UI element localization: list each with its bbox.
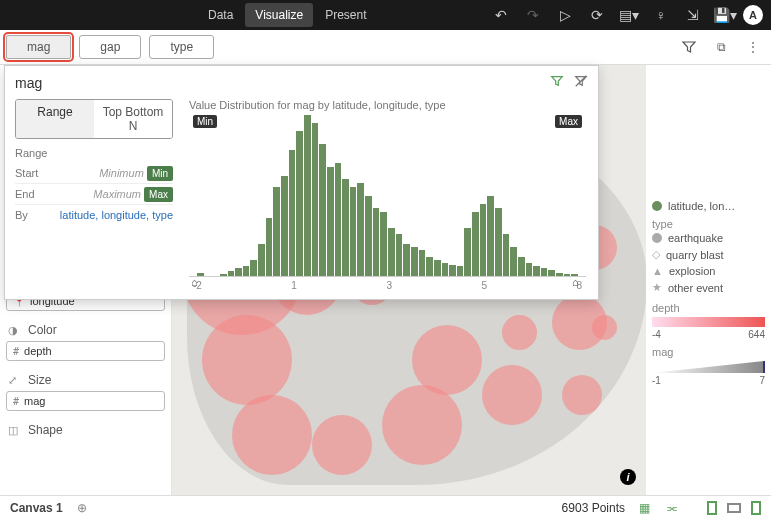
- hist-bar: [472, 212, 479, 276]
- hist-bar: [319, 144, 326, 276]
- remove-filter-icon[interactable]: [574, 74, 588, 91]
- hist-bar: [220, 274, 227, 276]
- footer-bar: Canvas 1 ⊕ 6903 Points ▦ ⫘: [0, 495, 771, 520]
- legend-type-explosion[interactable]: ▲explosion: [652, 263, 765, 279]
- top-toolbar: Data Visualize Present ↶ ↷ ▷ ⟳ ▤▾ ♀ ⇲ 💾▾…: [0, 0, 771, 30]
- by-link[interactable]: latitude, longitude, type: [60, 209, 173, 221]
- hist-bar: [342, 179, 349, 276]
- hist-bar: [449, 265, 456, 276]
- auto-viz-icon[interactable]: ⧉: [709, 35, 733, 59]
- hist-bar: [442, 263, 449, 276]
- hist-bar: [396, 234, 403, 276]
- avatar[interactable]: A: [743, 5, 763, 25]
- filter-icon[interactable]: [677, 35, 701, 59]
- hist-bar: [487, 196, 494, 277]
- hist-bar: [296, 131, 303, 276]
- range-start-row[interactable]: Start Minimum Min: [15, 163, 173, 184]
- info-icon[interactable]: i: [620, 469, 636, 485]
- filter-popup: mag Range Top Bottom N Range Start Minim…: [4, 65, 599, 300]
- hist-bar: [388, 228, 395, 276]
- hist-bar: [289, 150, 296, 276]
- canvas-tab[interactable]: Canvas 1: [10, 501, 63, 515]
- legend-type-earthquake[interactable]: earthquake: [652, 230, 765, 246]
- legend-type-other[interactable]: ★other event: [652, 279, 765, 296]
- expand-icon: ⤢: [8, 374, 22, 387]
- hist-bar: [426, 257, 433, 276]
- hist-bar: [266, 218, 273, 276]
- hist-bar: [250, 260, 257, 276]
- legend-type-quarry[interactable]: ◇quarry blast: [652, 246, 765, 263]
- mag-size-scale: [652, 361, 765, 373]
- connect-icon[interactable]: ⫘: [663, 499, 681, 517]
- hist-bar: [457, 266, 464, 276]
- range-by-row[interactable]: By latitude, longitude, type: [15, 205, 173, 225]
- chip-depth[interactable]: # depth: [6, 341, 165, 361]
- left-panel-toggle[interactable]: [707, 501, 717, 515]
- hist-bar: [365, 196, 372, 277]
- tab-present[interactable]: Present: [315, 3, 376, 27]
- distribution-chart[interactable]: Min Max ⌂ ⌂: [189, 115, 586, 277]
- hist-bar: [357, 183, 364, 276]
- legend-depth-header: depth: [652, 302, 765, 314]
- range-end-row[interactable]: End Maximum Max: [15, 184, 173, 205]
- chip-label: depth: [24, 345, 52, 357]
- hist-bar: [526, 263, 533, 276]
- redo-icon[interactable]: ↷: [521, 3, 545, 27]
- right-panel-toggle[interactable]: [751, 501, 761, 515]
- comment-icon[interactable]: ▤▾: [617, 3, 641, 27]
- seg-range[interactable]: Range: [16, 100, 94, 138]
- hash-icon: #: [13, 396, 19, 407]
- hist-bar: [350, 187, 357, 276]
- hist-bar: [556, 273, 563, 276]
- chip-label: mag: [24, 395, 45, 407]
- refresh-icon[interactable]: ⟳: [585, 3, 609, 27]
- save-icon[interactable]: 💾▾: [713, 3, 737, 27]
- undo-icon[interactable]: ↶: [489, 3, 513, 27]
- hist-bar: [373, 208, 380, 276]
- export-icon[interactable]: ⇲: [681, 3, 705, 27]
- hist-bar: [434, 260, 441, 276]
- tab-data[interactable]: Data: [198, 3, 243, 27]
- hist-bar: [503, 234, 510, 276]
- range-section-label: Range: [15, 147, 173, 159]
- legend-mag-header: mag: [652, 346, 765, 358]
- cfg-size[interactable]: ⤢ Size: [6, 369, 165, 391]
- seg-topn[interactable]: Top Bottom N: [94, 100, 172, 138]
- cfg-color[interactable]: ◑ Color: [6, 319, 165, 341]
- slider-handle-min[interactable]: ⌂: [191, 276, 203, 290]
- hist-bar: [335, 163, 342, 276]
- dist-axis: -21358: [189, 277, 586, 291]
- cfg-label: Shape: [28, 423, 63, 437]
- popup-title: mag: [15, 75, 42, 91]
- hist-bar: [228, 271, 235, 276]
- shapes-icon: ◫: [8, 424, 22, 437]
- add-canvas-icon[interactable]: ⊕: [73, 499, 91, 517]
- hash-icon: #: [13, 346, 19, 357]
- keep-filter-icon[interactable]: [550, 74, 564, 91]
- pill-gap[interactable]: gap: [79, 35, 141, 59]
- chip-mag[interactable]: # mag: [6, 391, 165, 411]
- hist-bar: [380, 212, 387, 276]
- bottom-panel-toggle[interactable]: [727, 503, 741, 513]
- points-count: 6903 Points: [562, 501, 625, 515]
- hist-bar: [312, 123, 319, 276]
- pill-mag[interactable]: mag: [6, 35, 71, 59]
- hist-bar: [258, 244, 265, 276]
- pill-type[interactable]: type: [149, 35, 214, 59]
- hist-bar: [403, 244, 410, 276]
- play-icon[interactable]: ▷: [553, 3, 577, 27]
- cfg-label: Color: [28, 323, 57, 337]
- hist-bar: [548, 270, 555, 276]
- cfg-shape[interactable]: ◫ Shape: [6, 419, 165, 441]
- lightbulb-icon[interactable]: ♀: [649, 3, 673, 27]
- grid-icon[interactable]: ▦: [635, 499, 653, 517]
- slider-handle-max[interactable]: ⌂: [572, 276, 584, 290]
- kebab-icon[interactable]: ⋮: [741, 35, 765, 59]
- hist-bar: [518, 257, 525, 276]
- tab-visualize[interactable]: Visualize: [245, 3, 313, 27]
- hist-bar: [327, 167, 334, 276]
- depth-color-scale: [652, 317, 765, 327]
- dist-title: Value Distribution for mag by latitude, …: [189, 99, 586, 111]
- hist-bar: [243, 266, 250, 276]
- segmented-control: Range Top Bottom N: [15, 99, 173, 139]
